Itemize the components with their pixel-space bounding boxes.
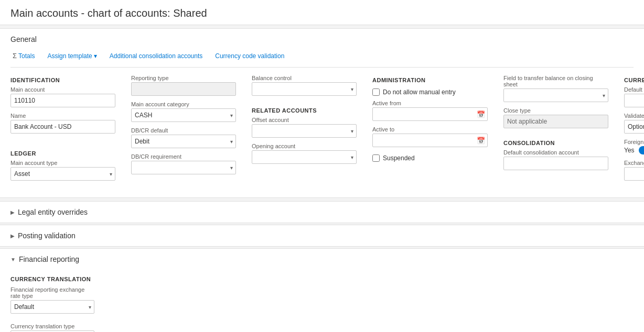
translation-type-grid: Currency translation type Current Histor… <box>10 323 634 332</box>
suspended-label: Suspended <box>383 154 415 162</box>
chevron-right-icon: ▶ <box>10 209 15 215</box>
opening-account-field: Opening account ▾ <box>252 143 357 164</box>
balance-control-wrapper: ▾ <box>252 82 357 96</box>
validate-currency-wrapper: Optional Mandatory None ▾ <box>624 120 644 134</box>
do-not-allow-checkbox[interactable] <box>372 88 380 96</box>
foreign-currency-value: Yes <box>624 147 635 154</box>
db-cr-requirement-select[interactable] <box>131 161 236 174</box>
exchange-rate-type-label: Exchange rate type <box>624 160 644 166</box>
validate-currency-field: Validate currency code Optional Mandator… <box>624 113 644 134</box>
field-to-transfer-select[interactable] <box>503 88 608 102</box>
main-account-input[interactable] <box>10 94 115 107</box>
financial-reporting-header[interactable]: ▼ Financial reporting <box>0 249 644 270</box>
offset-account-field: Offset account ▾ <box>252 117 357 138</box>
form-grid: IDENTIFICATION Main account Name LEDGER … <box>10 75 634 191</box>
posting-validation-section: ▶ Posting validation <box>0 225 644 247</box>
posting-validation-title: Posting validation <box>18 231 76 240</box>
name-field: Name <box>10 113 115 134</box>
do-not-allow-field: Do not allow manual entry <box>372 88 488 96</box>
validate-currency-select[interactable]: Optional Mandatory None <box>624 120 644 134</box>
db-cr-requirement-label: DB/CR requirement <box>131 153 236 160</box>
financial-reporting-grid: Financial reporting exchange rate type D… <box>10 286 634 319</box>
assign-template-button[interactable]: Assign template ▾ <box>45 51 99 61</box>
financial-reporting-title: Financial reporting <box>19 255 79 263</box>
default-currency-select[interactable] <box>624 94 644 107</box>
chevron-down-icon: ▾ <box>94 52 97 60</box>
general-section: General Σ Totals Assign template ▾ Addit… <box>0 28 644 198</box>
identification-header-group: IDENTIFICATION Main account Name <box>10 75 115 139</box>
offset-account-select[interactable] <box>252 124 357 138</box>
reporting-type-input[interactable] <box>131 82 236 96</box>
calendar-icon[interactable]: 📅 <box>477 110 485 118</box>
active-from-field: Active from 📅 <box>372 100 488 121</box>
currency-code-button[interactable]: Currency code validation <box>213 51 286 61</box>
default-consolidation-label: Default consolidation account <box>503 149 608 156</box>
identification-column: IDENTIFICATION Main account Name LEDGER … <box>10 75 115 191</box>
totals-button[interactable]: Σ Totals <box>10 51 37 61</box>
foreign-currency-toggle[interactable] <box>639 146 644 154</box>
main-account-field: Main account <box>10 86 115 107</box>
field-to-transfer-wrapper: ▾ <box>503 88 608 102</box>
additional-consolidation-button[interactable]: Additional consolidation accounts <box>108 51 205 61</box>
foreign-currency-toggle-row: Yes <box>624 146 644 154</box>
foreign-currency-label: Foreign currency revaluation <box>624 139 644 145</box>
translation-type-label: Currency translation type <box>10 323 94 329</box>
active-to-input[interactable] <box>372 134 488 147</box>
financial-reporting-section: ▼ Financial reporting CURRENCY TRANSLATI… <box>0 248 644 332</box>
active-to-label: Active to <box>372 126 488 132</box>
close-type-label: Close type <box>503 107 608 114</box>
opening-account-wrapper: ▾ <box>252 150 357 164</box>
db-cr-default-field: DB/CR default Debit Credit ▾ <box>131 127 236 148</box>
exchange-rate-type-wrapper: ▾ <box>624 167 644 181</box>
chevron-right-icon: ▶ <box>10 233 15 239</box>
default-consolidation-input[interactable] <box>503 157 608 170</box>
page-title: Main accounts - chart of accounts: Share… <box>10 7 634 19</box>
balance-column: Balance control ▾ RELATED ACCOUNTS Offse… <box>252 75 357 191</box>
balance-control-field: Balance control ▾ <box>252 75 357 96</box>
financial-exchange-rate-label: Financial reporting exchange rate type <box>10 286 94 299</box>
main-account-category-select[interactable]: CASH BANK OTHER <box>131 108 236 122</box>
main-account-category-field: Main account category CASH BANK OTHER ▾ <box>131 101 236 122</box>
identification-header: IDENTIFICATION <box>10 77 115 83</box>
default-currency-label: Default Currency <box>624 86 644 93</box>
opening-account-select[interactable] <box>252 150 357 164</box>
closing-column: Field to transfer balance on closing she… <box>503 75 608 191</box>
financial-exchange-rate-field: Financial reporting exchange rate type D… <box>10 286 94 314</box>
name-input[interactable] <box>10 120 115 134</box>
toolbar: Σ Totals Assign template ▾ Additional co… <box>10 48 634 68</box>
default-currency-field: Default Currency ▾ <box>624 86 644 107</box>
main-account-type-select[interactable]: Asset Liability Equity Revenue Expense <box>10 167 115 181</box>
legal-entity-section: ▶ Legal entity overrides <box>0 201 644 223</box>
currency-column: CURRENCY Default Currency ▾ Validate cur… <box>624 75 644 191</box>
db-cr-requirement-field: DB/CR requirement ▾ <box>131 153 236 174</box>
do-not-allow-label: Do not allow manual entry <box>383 88 456 96</box>
calendar-icon[interactable]: 📅 <box>477 137 485 145</box>
main-account-label: Main account <box>10 86 115 93</box>
db-cr-default-wrapper: Debit Credit ▾ <box>131 135 236 148</box>
active-to-field: Active to 📅 <box>372 126 488 147</box>
active-to-wrapper: 📅 <box>372 134 488 147</box>
reporting-type-label: Reporting type <box>131 75 236 81</box>
ledger-header: LEDGER <box>10 150 115 157</box>
active-from-input[interactable] <box>372 107 488 121</box>
related-accounts-header: RELATED ACCOUNTS <box>252 107 357 114</box>
suspended-checkbox[interactable] <box>372 154 380 162</box>
main-account-type-field: Main account type Asset Liability Equity… <box>10 160 115 181</box>
opening-account-label: Opening account <box>252 143 357 149</box>
financial-exchange-rate-select[interactable]: Default Average Current <box>10 300 94 314</box>
exchange-rate-type-field: Exchange rate type ▾ <box>624 160 644 181</box>
ledger-group: LEDGER Main account type Asset Liability… <box>10 148 115 186</box>
posting-validation-header[interactable]: ▶ Posting validation <box>0 225 644 246</box>
page-header: Main accounts - chart of accounts: Share… <box>0 0 644 25</box>
field-to-transfer-field: Field to transfer balance on closing she… <box>503 75 608 102</box>
consolidation-header: CONSOLIDATION <box>503 140 608 146</box>
main-account-type-wrapper: Asset Liability Equity Revenue Expense ▾ <box>10 167 115 181</box>
legal-entity-header[interactable]: ▶ Legal entity overrides <box>0 202 644 223</box>
reporting-column: Reporting type Main account category CAS… <box>131 75 236 191</box>
exchange-rate-type-select[interactable] <box>624 167 644 181</box>
suspended-field: Suspended <box>372 154 488 162</box>
balance-control-select[interactable] <box>252 82 357 96</box>
db-cr-default-select[interactable]: Debit Credit <box>131 135 236 148</box>
general-section-title: General <box>10 35 634 43</box>
main-account-type-label: Main account type <box>10 160 115 166</box>
